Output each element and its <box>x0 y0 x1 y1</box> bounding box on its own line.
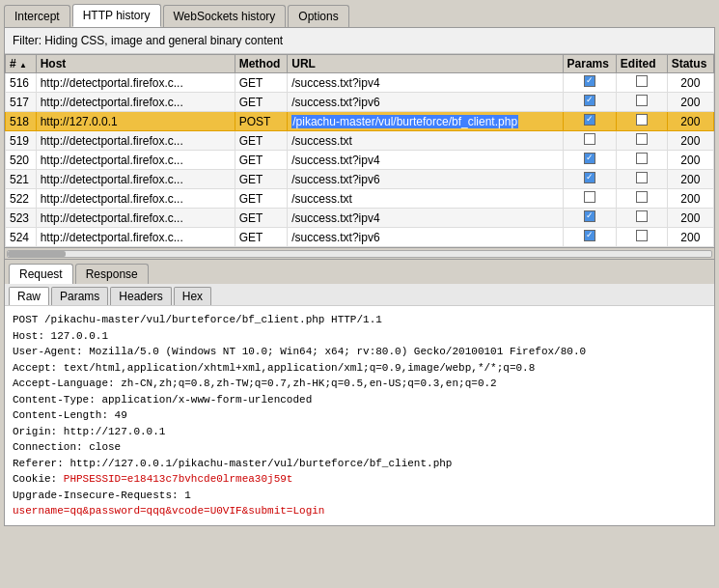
cell-num: 522 <box>6 189 37 209</box>
cell-edited[interactable] <box>616 151 667 170</box>
tab-options[interactable]: Options <box>288 5 348 27</box>
col-header-edited[interactable]: Edited <box>616 55 667 73</box>
cell-params[interactable] <box>563 131 616 151</box>
cookie-value: PHPSESSID=e18413c7bvhcde0lrmea30j59t <box>64 473 293 485</box>
sub-tab-params[interactable]: Params <box>51 287 108 305</box>
table-row[interactable]: 516http://detectportal.firefox.c...GET/s… <box>6 73 714 93</box>
cell-params[interactable] <box>563 151 616 170</box>
request-line: Content-Length: 49 <box>13 407 706 424</box>
cell-edited[interactable] <box>616 170 667 189</box>
cell-method: GET <box>235 189 288 209</box>
cell-params[interactable] <box>563 209 616 228</box>
request-line: Origin: http://127.0.0.1 <box>13 424 706 440</box>
horizontal-scrollbar[interactable] <box>5 247 714 259</box>
col-header-status[interactable]: Status <box>667 55 713 73</box>
cell-edited[interactable] <box>616 112 667 131</box>
cell-edited[interactable] <box>616 209 667 228</box>
cell-edited[interactable] <box>616 73 667 93</box>
table-row[interactable]: 519http://detectportal.firefox.c...GET/s… <box>6 131 714 151</box>
table-row[interactable]: 521http://detectportal.firefox.c...GET/s… <box>6 170 714 189</box>
params-checked-icon <box>584 114 595 126</box>
request-line: POST /pikachu-master/vul/burteforce/bf_c… <box>13 312 706 328</box>
col-header-host[interactable]: Host <box>36 55 235 73</box>
edited-unchecked-icon <box>636 230 648 241</box>
cell-method: GET <box>235 209 288 228</box>
cell-host: http://detectportal.firefox.c... <box>36 209 235 228</box>
cell-params[interactable] <box>563 112 616 131</box>
sort-asc-icon: ▲ <box>19 61 27 70</box>
cell-num: 520 <box>6 151 37 170</box>
table-row[interactable]: 522http://detectportal.firefox.c...GET/s… <box>6 189 714 209</box>
cell-params[interactable] <box>563 93 616 112</box>
cell-method: GET <box>235 151 288 170</box>
filter-label: Filter: Hiding CSS, image and general bi… <box>13 34 283 47</box>
cell-edited[interactable] <box>616 228 667 247</box>
request-body[interactable]: POST /pikachu-master/vul/burteforce/bf_c… <box>5 306 714 525</box>
scroll-track[interactable] <box>7 250 712 258</box>
cell-params[interactable] <box>563 73 616 93</box>
cell-url: /success.txt?ipv4 <box>288 73 563 93</box>
scroll-thumb[interactable] <box>8 251 66 257</box>
cell-status: 200 <box>667 189 713 209</box>
cell-host: http://detectportal.firefox.c... <box>36 93 235 112</box>
http-table: # ▲ Host Method URL Params Edited Status… <box>5 54 714 247</box>
params-unchecked-icon <box>584 191 595 203</box>
tab-bar: Intercept HTTP history WebSockets histor… <box>0 0 719 27</box>
cell-url: /pikachu-master/vul/burteforce/bf_client… <box>288 112 563 131</box>
cell-host: http://detectportal.firefox.c... <box>36 131 235 151</box>
tab-intercept[interactable]: Intercept <box>4 5 70 27</box>
request-line: Content-Type: application/x-www-form-url… <box>13 392 706 408</box>
col-header-url[interactable]: URL <box>288 55 563 73</box>
tab-response[interactable]: Response <box>75 264 149 284</box>
cell-edited[interactable] <box>616 93 667 112</box>
request-line: username=qq&password=qqq&vcode=U0VIF&sub… <box>13 503 706 519</box>
edited-unchecked-icon <box>636 172 648 183</box>
request-line: Referer: http://127.0.0.1/pikachu-master… <box>13 456 706 472</box>
sub-tab-hex[interactable]: Hex <box>174 287 211 305</box>
cell-host: http://detectportal.firefox.c... <box>36 73 235 93</box>
cell-status: 200 <box>667 151 713 170</box>
cell-num: 524 <box>6 228 37 247</box>
sub-tab-headers[interactable]: Headers <box>110 287 171 305</box>
cell-status: 200 <box>667 131 713 151</box>
tab-http-history[interactable]: HTTP history <box>72 4 161 27</box>
params-checked-icon <box>584 230 595 241</box>
cell-num: 517 <box>6 93 37 112</box>
table-row[interactable]: 518http://127.0.0.1POST/pikachu-master/v… <box>6 112 714 131</box>
params-checked-icon <box>584 172 595 183</box>
cell-params[interactable] <box>563 189 616 209</box>
request-line: Connection: close <box>13 439 706 456</box>
request-line: Host: 127.0.0.1 <box>13 328 706 345</box>
table-row[interactable]: 523http://detectportal.firefox.c...GET/s… <box>6 209 714 228</box>
tab-request[interactable]: Request <box>9 264 73 284</box>
cell-host: http://detectportal.firefox.c... <box>36 228 235 247</box>
sub-tab-bar: Raw Params Headers Hex <box>5 284 714 306</box>
table-row[interactable]: 524http://detectportal.firefox.c...GET/s… <box>6 228 714 247</box>
post-data-value: username=qq&password=qqq&vcode=U0VIF&sub… <box>13 505 324 517</box>
cell-host: http://detectportal.firefox.c... <box>36 151 235 170</box>
cell-url: /success.txt <box>288 131 563 151</box>
cell-edited[interactable] <box>616 131 667 151</box>
cell-status: 200 <box>667 93 713 112</box>
edited-unchecked-icon <box>636 191 648 203</box>
cell-num: 519 <box>6 131 37 151</box>
params-checked-icon <box>584 75 595 87</box>
cell-url: /success.txt?ipv4 <box>288 151 563 170</box>
url-highlight-text: /pikachu-master/vul/burteforce/bf_client… <box>291 115 518 128</box>
col-header-num[interactable]: # ▲ <box>6 55 37 73</box>
tab-websockets-history[interactable]: WebSockets history <box>163 5 287 27</box>
cell-params[interactable] <box>563 228 616 247</box>
params-checked-icon <box>584 210 595 222</box>
table-row[interactable]: 520http://detectportal.firefox.c...GET/s… <box>6 151 714 170</box>
sub-tab-raw[interactable]: Raw <box>9 287 49 305</box>
cell-method: POST <box>235 112 288 131</box>
filter-bar: Filter: Hiding CSS, image and general bi… <box>5 28 714 54</box>
col-header-method[interactable]: Method <box>235 55 288 73</box>
http-table-wrapper[interactable]: # ▲ Host Method URL Params Edited Status… <box>5 54 714 247</box>
cell-host: http://127.0.0.1 <box>36 112 235 131</box>
table-row[interactable]: 517http://detectportal.firefox.c...GET/s… <box>6 93 714 112</box>
col-header-params[interactable]: Params <box>563 55 616 73</box>
cell-method: GET <box>235 228 288 247</box>
cell-edited[interactable] <box>616 189 667 209</box>
cell-params[interactable] <box>563 170 616 189</box>
